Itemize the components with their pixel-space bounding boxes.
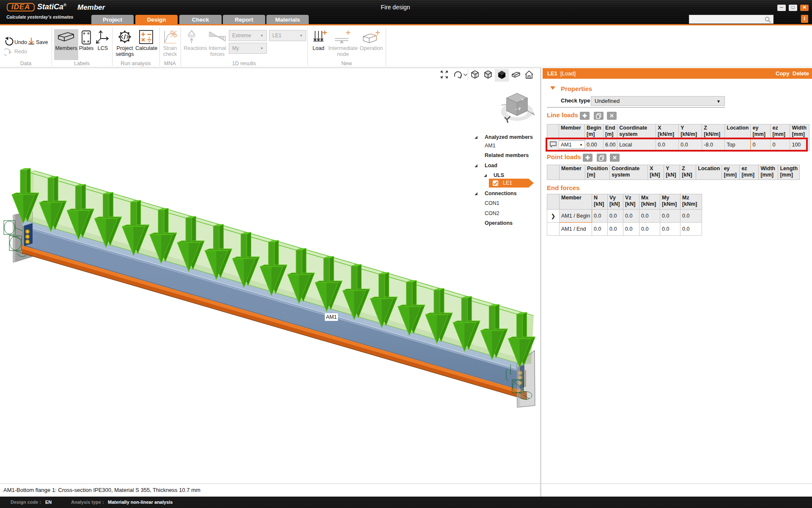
svg-text:↘: ↘ [521, 97, 524, 101]
svg-text:→Y: →Y [514, 106, 521, 111]
